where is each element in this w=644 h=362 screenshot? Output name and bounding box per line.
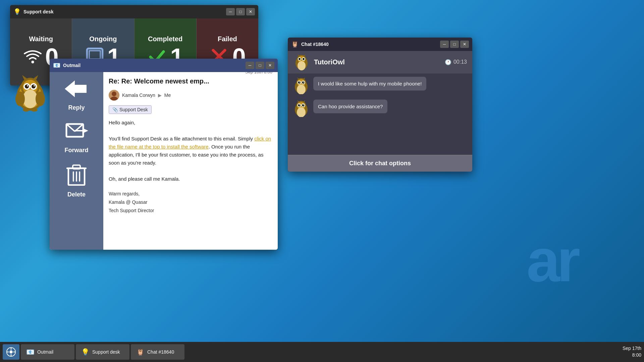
- email-arrow: ▶: [158, 93, 162, 98]
- clock-icon: 🕐: [445, 59, 451, 65]
- email-paragraph1: You'll find Support Desk as a file attac…: [109, 135, 272, 167]
- svg-point-17: [31, 108, 38, 112]
- stat-ongoing-label: Ongoing: [89, 35, 117, 43]
- chat-user-avatar: [293, 54, 310, 70]
- svg-point-54: [298, 81, 301, 84]
- stat-failed-label: Failed: [218, 35, 237, 43]
- email-date: Sep 16th 8:00: [245, 72, 272, 74]
- sender-avatar: [109, 90, 119, 101]
- delete-icon: [66, 164, 87, 189]
- taskbar-outmail[interactable]: 📧 Outmail: [21, 344, 74, 360]
- svg-line-25: [66, 124, 75, 131]
- chat-owl-1: [292, 77, 310, 94]
- forward-action[interactable]: Forward: [64, 121, 88, 154]
- taskbar-start-button[interactable]: [3, 344, 19, 360]
- svg-point-6: [25, 84, 29, 88]
- outmail-sidebar: Reply Forward: [50, 72, 103, 250]
- chat-titlebar[interactable]: 🦉 Chat #18640 ─ □ ✕: [288, 38, 472, 51]
- outmail-minimize-button[interactable]: ─: [246, 62, 254, 69]
- svg-point-48: [298, 61, 306, 70]
- outmail-close-button[interactable]: ✕: [266, 62, 274, 69]
- support-desk-controls: ─ □ ✕: [226, 8, 255, 15]
- chat-window: 🦉 Chat #18640 ─ □ ✕: [288, 38, 472, 172]
- svg-point-67: [298, 104, 301, 107]
- chat-header-user: TutoriOwl 🕐 00:13: [288, 51, 472, 73]
- attachment-name: Support Desk: [119, 107, 148, 112]
- clock-time: 8:00: [623, 352, 641, 359]
- svg-point-8: [27, 85, 28, 86]
- taskbar: 📧 Outmail 💡 Support desk 🦉 Chat #18640 S…: [0, 342, 644, 362]
- svg-rect-20: [89, 51, 100, 59]
- support-desk-title-icon: 💡: [13, 8, 21, 15]
- email-body: Hello again, You'll find Support Desk as…: [109, 119, 272, 215]
- outmail-window: 📧 Outmail ─ □ ✕ Reply: [50, 59, 278, 250]
- svg-marker-73: [303, 100, 305, 102]
- outmail-titlebar[interactable]: 📧 Outmail ─ □ ✕: [50, 59, 278, 72]
- svg-point-14: [15, 92, 25, 106]
- svg-point-57: [303, 82, 304, 82]
- reply-action[interactable]: Reply: [65, 79, 88, 111]
- taskbar-chat[interactable]: 🦉 Chat #18640: [131, 344, 184, 360]
- svg-point-7: [32, 84, 36, 88]
- reply-icon: [65, 79, 88, 102]
- chat-expand-button[interactable]: □: [450, 41, 459, 48]
- chat-title-icon: 🦉: [291, 41, 299, 48]
- email-paragraph2: Oh, and please call me Kamala.: [109, 175, 272, 183]
- support-desk-minimize-button[interactable]: ─: [226, 8, 235, 15]
- svg-marker-23: [65, 80, 87, 97]
- svg-point-16: [23, 108, 30, 112]
- svg-point-68: [302, 104, 305, 107]
- outmail-expand-button[interactable]: □: [256, 62, 264, 69]
- outmail-controls: ─ □ ✕: [246, 62, 274, 69]
- svg-point-43: [299, 58, 301, 60]
- support-desk-titlebar[interactable]: 💡 Support desk ─ □ ✕: [10, 5, 258, 18]
- taskbar-outmail-label: Outmail: [37, 349, 53, 355]
- support-desk-expand-button[interactable]: □: [236, 8, 245, 15]
- svg-point-61: [297, 84, 306, 94]
- forward-label: Forward: [64, 147, 88, 154]
- outmail-email-content: Re: Re: Welcome newest emp... Sep 16th 8…: [103, 72, 278, 250]
- svg-point-70: [303, 105, 304, 105]
- email-subject: Re: Re: Welcome newest emp...: [109, 77, 209, 85]
- email-greeting: Hello again,: [109, 119, 272, 127]
- email-from-name: Kamala Corwyn: [122, 93, 155, 98]
- email-signature: Warm regards, Kamala @ Quasar Tech Suppo…: [109, 190, 272, 215]
- svg-point-55: [302, 81, 305, 84]
- desktop-watermark: ar: [527, 226, 577, 295]
- chat-body: TutoriOwl 🕐 00:13: [288, 51, 472, 172]
- email-attachment[interactable]: 📎 Support Desk: [109, 105, 152, 114]
- chat-messages: I woold like some hulp with my mobile ph…: [288, 73, 472, 155]
- outmail-body: Reply Forward: [50, 72, 278, 250]
- chat-options-button[interactable]: Click for chat options: [288, 155, 472, 172]
- delete-action[interactable]: Delete: [66, 164, 87, 198]
- svg-point-9: [34, 85, 35, 86]
- chat-controls: ─ □ ✕: [440, 41, 469, 48]
- taskbar-support-desk[interactable]: 💡 Support desk: [76, 344, 129, 360]
- signature-line2: Kamala @ Quasar: [109, 198, 272, 206]
- svg-point-69: [299, 105, 300, 105]
- svg-marker-47: [303, 54, 306, 56]
- chat-message-1: I woold like some hulp with my mobile ph…: [292, 77, 468, 94]
- taskbar-support-icon: 💡: [81, 348, 90, 356]
- signature-line1: Warm regards,: [109, 190, 272, 198]
- svg-marker-60: [303, 77, 305, 79]
- email-p1-before: You'll find Support Desk as a file attac…: [109, 136, 254, 141]
- chat-message-2: Can hoo provide assistance?: [292, 100, 468, 117]
- svg-point-36: [112, 92, 116, 96]
- taskbar-chat-label: Chat #18640: [147, 349, 174, 355]
- svg-point-15: [36, 92, 45, 106]
- support-desk-close-button[interactable]: ✕: [246, 8, 255, 15]
- svg-marker-72: [297, 100, 300, 102]
- chat-minimize-button[interactable]: ─: [440, 41, 449, 48]
- paperclip-icon: 📎: [112, 107, 118, 112]
- outmail-title-icon: 📧: [53, 62, 60, 69]
- chat-user-name: TutoriOwl: [314, 58, 441, 66]
- svg-marker-27: [83, 128, 88, 133]
- chat-title: Chat #18640: [301, 42, 437, 47]
- email-to: Me: [164, 93, 171, 98]
- signature-line3: Tech Support Director: [109, 206, 272, 215]
- chat-close-button[interactable]: ✕: [460, 41, 469, 48]
- taskbar-support-label: Support desk: [92, 349, 120, 355]
- chat-bubble-1: I woold like some hulp with my mobile ph…: [313, 77, 426, 90]
- svg-point-76: [9, 350, 12, 353]
